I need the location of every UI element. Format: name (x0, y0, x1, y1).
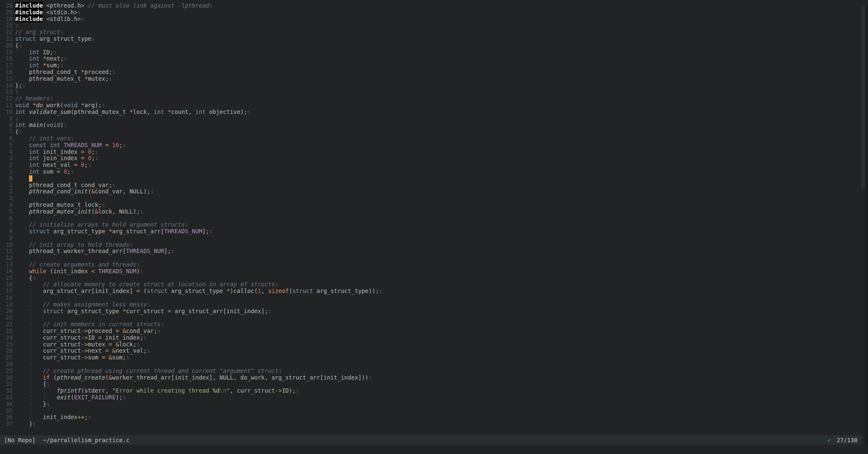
code-line[interactable]: 3 (0, 195, 868, 202)
indent-guide: ¦ (29, 341, 32, 348)
code-text: while (init_index < THREADS_NUM)↴ (15, 268, 143, 275)
code-line[interactable]: 17 ¦ arg_struct_arr[init_index] = (struc… (0, 288, 868, 295)
check-icon: ✔ (828, 437, 831, 443)
code-line[interactable]: 12// headers↴ (0, 95, 868, 102)
code-line[interactable]: 29 ¦ // create pthread using current thr… (0, 368, 868, 375)
code-segment (40, 62, 43, 69)
scrollbar-thumb[interactable] (861, 5, 865, 189)
code-segment (15, 354, 29, 361)
eol-mark-icon: ↴ (91, 35, 95, 42)
code-line[interactable]: 1 pthread_cond_t cond_var;↴ (0, 182, 868, 189)
code-text: pthread_cond_init(&cond_var, NULL);↴ (15, 188, 154, 195)
code-segment (15, 314, 29, 321)
code-line[interactable]: 32 ¦ ¦ fprintf(stderr, "Error while crea… (0, 388, 868, 394)
code-line[interactable]: 12 (0, 255, 868, 261)
code-segment: // must also link against -lpthread (88, 2, 209, 9)
eol-mark-icon: ↴ (46, 380, 50, 387)
code-line[interactable]: 5 pthread_mutex_init(&lock, NULL);↴ (0, 209, 868, 215)
code-line[interactable]: 14};↴ (0, 82, 868, 89)
code-line[interactable]: 28 ¦ (0, 361, 868, 368)
code-line[interactable]: 15 pthread_mutex_t *mutex;↴ (0, 76, 868, 82)
code-segment: -> (81, 334, 88, 341)
code-line[interactable]: 8int main(void)↴ (0, 122, 868, 129)
code-line[interactable]: 10int validate_sum(pthread_mutex_t *lock… (0, 109, 868, 116)
code-line[interactable]: 20{↴ (0, 42, 868, 49)
code-line[interactable]: 34 ¦ }↴ (0, 401, 868, 408)
code-line[interactable]: 19 int ID;↴ (0, 49, 868, 56)
code-line[interactable]: 17 int *sum;↴ (0, 62, 868, 69)
code-line[interactable]: 24#include <stdlib.h>↴ (0, 16, 868, 23)
code-line[interactable]: 25#include <stdio.h>↴ (0, 9, 868, 16)
code-line[interactable]: 26#include <pthread.h> // must also link… (0, 3, 868, 9)
code-text: ↴ (15, 22, 18, 29)
code-line[interactable]: 4 pthread_mutex_t lock;↴ (0, 202, 868, 209)
code-line[interactable]: 33 ¦ ¦ exit(EXIT_FAILURE);↴ (0, 394, 868, 401)
code-line[interactable]: 11 pthread_t worker_thread_arr[THREADS_N… (0, 248, 868, 255)
code-segment (15, 241, 29, 248)
code-line[interactable]: 36 ¦ init_index++;↴ (0, 414, 868, 421)
code-line[interactable]: 14 while (init_index < THREADS_NUM)↴ (0, 268, 868, 275)
code-line[interactable]: 24 ¦ curr_struct->ID = init_index;↴ (0, 335, 868, 341)
code-line[interactable]: 6 (0, 215, 868, 222)
code-line[interactable]: 2 pthread_cond_init(&cond_var, NULL);↴ (0, 188, 868, 195)
scrollbar-track[interactable] (865, 5, 868, 454)
code-line[interactable]: 19 ¦ // makes assignment less messy↴ (0, 301, 868, 308)
code-segment: "Error while creating thread (112, 387, 213, 394)
code-line[interactable]: 21struct arg_struct_type↴ (0, 36, 868, 42)
code-segment (15, 49, 29, 55)
code-line[interactable]: 4 int init_index = 0;↴ (0, 149, 868, 156)
code-line[interactable]: 10 // init array to hold threads↴ (0, 242, 868, 248)
code-text: void *do_work(void *arg);↴ (15, 102, 105, 109)
eol-mark-icon: ↴ (161, 321, 164, 327)
code-line[interactable]: 31 ¦ {↴ (0, 381, 868, 388)
code-line[interactable]: 8 struct arg_struct_type *arg_struct_arr… (0, 228, 868, 235)
code-line[interactable]: 22 ¦ // init members in current structs↴ (0, 321, 868, 328)
code-line[interactable]: 13 // create arguments and threads↴ (0, 261, 868, 268)
eol-mark-icon: ↴ (126, 354, 129, 361)
code-text: ¦ init_index++;↴ (15, 414, 91, 421)
code-line[interactable]: 6 // init vars↴ (0, 135, 868, 142)
code-line[interactable]: 37 }↴ (0, 421, 868, 428)
code-line[interactable]: 22// arg struct↴ (0, 29, 868, 36)
code-segment (119, 327, 122, 334)
eol-mark-icon: ↴ (268, 308, 272, 314)
code-line[interactable]: 7 // initialize arrays to hold argument … (0, 222, 868, 228)
code-line[interactable]: 0 (0, 175, 868, 182)
indent-guide: ¦ (29, 387, 32, 394)
code-line[interactable]: 1 int sum = 0;↴ (0, 169, 868, 175)
code-line[interactable]: 27 ¦ curr_struct->sum = &sum;↴ (0, 354, 868, 361)
code-line[interactable]: 30 ¦ if (pthread_create(&worker_thread_a… (0, 375, 868, 381)
code-line[interactable]: 16 pthread_cond_t *proceed;↴ (0, 69, 868, 76)
code-line[interactable]: 5 const int THREADS_NUM = 10;↴ (0, 142, 868, 149)
code-line[interactable]: 11void *do_work(void *arg);↴ (0, 102, 868, 109)
code-line[interactable]: 16 ¦ // allocate memory to create struct… (0, 281, 868, 288)
line-number: 18 (0, 55, 13, 62)
code-line[interactable]: 15 {↴ (0, 275, 868, 282)
code-line[interactable]: 25 ¦ curr_struct->mutex = &lock;↴ (0, 341, 868, 348)
code-line[interactable]: 35 ¦ (0, 408, 868, 414)
eol-mark-icon: ↴ (63, 121, 67, 128)
code-line[interactable]: 7{↴ (0, 129, 868, 135)
code-line[interactable]: 20 ¦ struct arg_struct_type *curr_struct… (0, 308, 868, 315)
code-segment: pthread_cond_init (29, 188, 88, 195)
code-line[interactable]: 2 int next_val = 0;↴ (0, 162, 868, 169)
code-text: ¦ curr_struct->mutex = &lock;↴ (15, 341, 140, 348)
code-area[interactable]: 26#include <pthread.h> // must also link… (0, 0, 868, 435)
code-line[interactable]: 13↴ (0, 89, 868, 95)
code-segment (32, 394, 43, 401)
code-line[interactable]: 18 int *next;↴ (0, 55, 868, 62)
code-line[interactable]: 9↴ (0, 116, 868, 122)
code-line[interactable]: 23↴ (0, 22, 868, 29)
code-segment (32, 347, 43, 354)
line-number: 2 (0, 188, 13, 195)
code-segment: main (29, 121, 43, 128)
eol-mark-icon: ↴ (209, 228, 213, 235)
code-segment (15, 401, 29, 407)
code-line[interactable]: 9 (0, 235, 868, 242)
code-line[interactable]: 18 ¦ (0, 295, 868, 301)
code-line[interactable]: 23 ¦ curr_struct->proceed = &cond_var;↴ (0, 328, 868, 335)
code-line[interactable]: 3 int join_index = 0;↴ (0, 155, 868, 162)
code-segment: = (105, 142, 108, 148)
code-line[interactable]: 26 ¦ curr_struct->next = &next_val;↴ (0, 348, 868, 354)
code-line[interactable]: 21 ¦ (0, 314, 868, 321)
